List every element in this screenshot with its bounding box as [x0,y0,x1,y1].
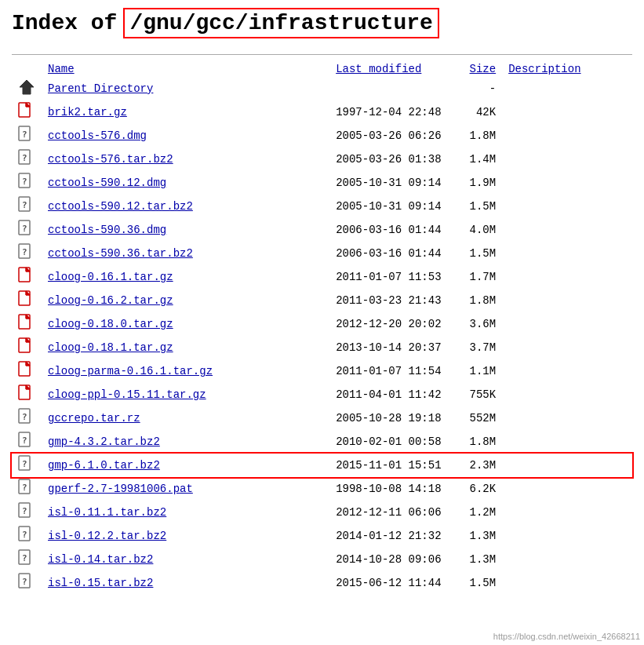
file-name-cell: brik2.tar.gz [42,100,329,124]
sort-name-link[interactable]: Name [48,63,75,75]
file-icon-cell: ? [12,430,42,454]
file-name-cell: cloog-0.18.0.tar.gz [42,312,329,336]
file-name-cell: gccrepo.tar.rz [42,406,329,430]
file-link[interactable]: cctools-590.12.dmg [48,177,166,189]
col-header-icon [12,61,42,77]
file-name-cell: cctools-590.36.tar.bz2 [42,242,329,265]
file-link[interactable]: cloog-0.18.0.tar.gz [48,318,173,330]
file-link[interactable]: cloog-parma-0.16.1.tar.gz [48,365,213,377]
file-link[interactable]: isl-0.11.1.tar.bz2 [48,506,166,519]
svg-text:?: ? [22,530,27,540]
file-link[interactable]: cctools-590.36.tar.bz2 [48,247,193,260]
file-icon-cell [12,289,42,312]
file-link[interactable]: brik2.tar.gz [48,106,127,118]
file-name-cell: cctools-590.36.dmg [42,218,329,242]
sort-date-link[interactable]: Last modified [336,63,421,75]
file-icon-cell: ? [12,148,42,171]
table-row: ? gmp-6.1.0.tar.bz22015-11-01 15:512.3M [12,454,632,477]
file-name-cell: gmp-6.1.0.tar.bz2 [42,454,329,477]
file-link[interactable]: isl-0.15.tar.bz2 [48,577,153,589]
file-date-cell: 2010-02-01 00:58 [329,430,455,454]
table-row: ? cctools-576.tar.bz22005-03-26 01:381.4… [12,148,632,171]
file-desc-cell [502,218,632,242]
file-size-cell: 755K [455,383,502,406]
file-icon-cell: ? [12,171,42,195]
file-desc-cell [502,548,632,571]
svg-text:?: ? [22,459,27,469]
file-size-cell: 1.5M [455,571,502,595]
file-icon-cell [12,383,42,406]
file-size-cell: 1.8M [455,124,502,148]
file-icon-cell [12,359,42,383]
svg-text:?: ? [22,200,27,210]
file-icon-cell [12,77,42,100]
table-row: ? isl-0.12.2.tar.bz22014-01-12 21:321.3M [12,524,632,548]
file-desc-cell [502,265,632,289]
file-size-cell: 1.3M [455,524,502,548]
file-link[interactable]: cloog-0.16.2.tar.gz [48,294,173,307]
file-name-cell: isl-0.14.tar.bz2 [42,548,329,571]
table-row: cloog-0.16.2.tar.gz2011-03-23 21:431.8M [12,289,632,312]
file-unknown-icon: ? [18,455,34,472]
file-link[interactable]: cctools-590.12.tar.bz2 [48,200,193,213]
file-icon-cell: ? [12,454,42,477]
file-size-cell: 1.9M [455,171,502,195]
file-unknown-icon: ? [18,196,34,213]
sort-desc-link[interactable]: Description [508,63,580,75]
file-size-cell: 3.7M [455,336,502,359]
file-unknown-icon: ? [18,502,34,519]
file-desc-cell [502,454,632,477]
table-row: cloog-0.18.1.tar.gz2013-10-14 20:373.7M [12,336,632,359]
file-link[interactable]: gmp-4.3.2.tar.bz2 [48,435,160,448]
file-unknown-icon: ? [18,549,34,567]
parent-dir-link[interactable]: Parent Directory [48,82,153,95]
table-row: ? gmp-4.3.2.tar.bz22010-02-01 00:581.8M [12,430,632,454]
table-row: cloog-parma-0.16.1.tar.gz2011-01-07 11:5… [12,359,632,383]
file-link[interactable]: cloog-0.18.1.tar.gz [48,341,173,354]
file-size-cell: 2.3M [455,454,502,477]
file-date-cell: 2015-11-01 15:51 [329,454,455,477]
file-icon-cell [12,100,42,124]
svg-text:?: ? [22,435,27,446]
file-size-cell: 42K [455,100,502,124]
file-date-cell: 2013-10-14 20:37 [329,336,455,359]
svg-text:?: ? [22,153,27,163]
file-link[interactable]: cloog-0.16.1.tar.gz [48,271,173,283]
file-link[interactable]: gperf-2.7-19981006.pat [48,483,193,495]
file-size-cell: 3.6M [455,312,502,336]
svg-text:?: ? [22,412,27,422]
svg-text:?: ? [22,247,27,257]
file-desc-cell [502,242,632,265]
file-link[interactable]: isl-0.14.tar.bz2 [48,553,153,566]
file-date-cell: 2011-01-07 11:54 [329,359,455,383]
file-desc-cell [502,430,632,454]
file-date-cell [329,77,455,100]
file-size-cell: 1.8M [455,289,502,312]
sort-size-link[interactable]: Size [470,63,497,75]
file-date-cell: 2012-12-20 20:02 [329,312,455,336]
file-link[interactable]: gccrepo.tar.rz [48,412,140,425]
file-date-cell: 2005-10-28 19:18 [329,406,455,430]
file-red-icon [18,361,34,378]
file-red-icon [18,290,34,308]
file-link[interactable]: cctools-576.tar.bz2 [48,153,173,166]
file-desc-cell [502,312,632,336]
file-icon-cell [12,336,42,359]
file-link[interactable]: cctools-576.dmg [48,129,147,142]
file-link[interactable]: cloog-ppl-0.15.11.tar.gz [48,388,206,401]
index-of-label: Index of [12,11,117,35]
table-row: cloog-ppl-0.15.11.tar.gz2011-04-01 11:42… [12,383,632,406]
file-icon-cell: ? [12,571,42,595]
file-date-cell: 2005-03-26 01:38 [329,148,455,171]
file-date-cell: 2011-03-23 21:43 [329,289,455,312]
file-desc-cell [502,195,632,218]
file-desc-cell [502,124,632,148]
file-icon-cell: ? [12,242,42,265]
file-name-cell: cloog-ppl-0.15.11.tar.gz [42,383,329,406]
svg-text:?: ? [22,483,27,493]
file-link[interactable]: isl-0.12.2.tar.bz2 [48,530,166,542]
file-icon-cell [12,312,42,336]
file-link[interactable]: cctools-590.36.dmg [48,224,166,236]
table-row: ? isl-0.11.1.tar.bz22012-12-11 06:061.2M [12,501,632,524]
file-link[interactable]: gmp-6.1.0.tar.bz2 [48,459,160,472]
